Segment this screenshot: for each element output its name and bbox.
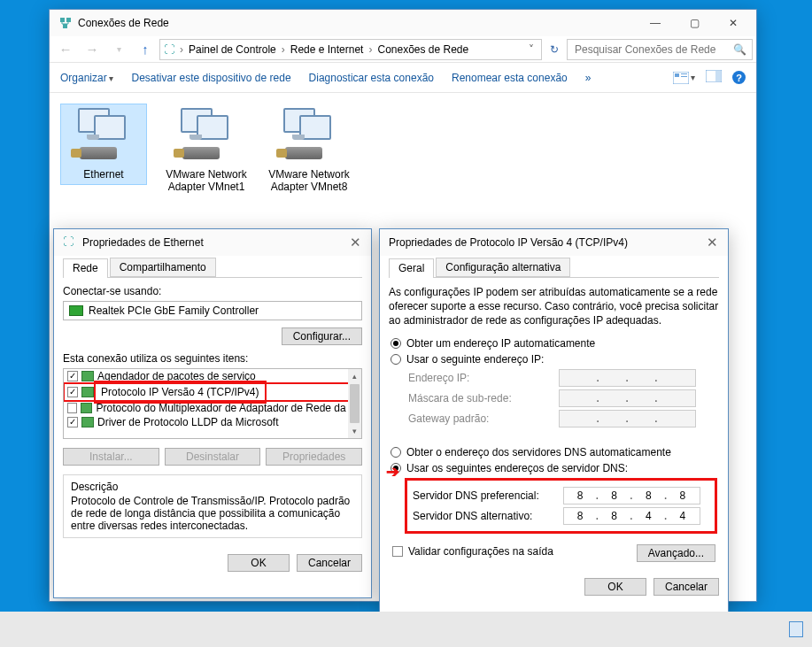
close-button[interactable]: ✕ (700, 230, 724, 255)
titlebar[interactable]: ⛶ Propriedades de Ethernet ✕ (54, 229, 371, 256)
uninstall-button[interactable]: Desinstalar (165, 448, 261, 466)
search-icon[interactable]: 🔍 (733, 43, 746, 56)
radio-manual-dns[interactable]: Usar os seguintes endereços de servidor … (391, 462, 717, 474)
scrollbar[interactable]: ▴▾ (348, 369, 361, 438)
ok-button[interactable]: OK (584, 578, 646, 596)
dns-pref-label: Servidor DNS preferencial: (413, 489, 563, 502)
adapter-label: VMware Network Adapter VMnet1 (166, 168, 247, 193)
radio-icon (391, 447, 401, 458)
description-box: Descrição Protocolo de Controle de Trans… (63, 474, 362, 538)
validate-checkbox[interactable]: Validar configurações na saída (392, 545, 553, 558)
advanced-button[interactable]: Avançado... (637, 544, 715, 562)
description-header: Descrição (71, 481, 354, 493)
up-button[interactable]: ↑ (133, 38, 158, 61)
network-icon: ⛶ (63, 235, 77, 250)
tab-sharing[interactable]: Compartilhamento (110, 258, 216, 277)
maximize-button[interactable]: ▢ (675, 11, 714, 35)
radio-icon (391, 338, 401, 349)
close-button[interactable]: ✕ (714, 11, 753, 35)
install-button[interactable]: Instalar... (63, 448, 159, 466)
organize-menu[interactable]: Organizar (60, 72, 113, 84)
taskbar[interactable] (0, 612, 812, 647)
address-bar[interactable]: ⛶ › Painel de Controle › Rede e Internet… (159, 39, 542, 60)
annotation-arrow-icon: ➔ (386, 462, 399, 481)
tab-alternate[interactable]: Configuração alternativa (436, 258, 570, 277)
adapter-vmnet1[interactable]: VMware Network Adapter VMnet1 (163, 104, 250, 197)
ip-input: . . . (559, 369, 696, 387)
view-button[interactable]: ▾ (673, 72, 695, 84)
recent-dropdown[interactable]: ▾ (106, 38, 131, 61)
properties-button[interactable]: Propriedades (266, 448, 362, 466)
ethernet-icon (278, 108, 340, 165)
checkbox[interactable] (67, 387, 78, 397)
window-title: Conexões de Rede (78, 17, 636, 29)
minimize-button[interactable]: — (636, 11, 675, 35)
back-button[interactable]: ← (53, 38, 78, 61)
diagnose-connection[interactable]: Diagnosticar esta conexão (309, 72, 434, 84)
tab-network[interactable]: Rede (63, 258, 108, 278)
command-bar: Organizar Desativar este dispositivo de … (50, 63, 756, 93)
dns-pref-input[interactable]: 8.8.8.8 (563, 487, 700, 505)
dns-alt-input[interactable]: 8.8.4.4 (563, 507, 700, 525)
description-text: Protocolo de Controle de Transmissão/IP.… (71, 495, 354, 532)
dialog-title: Propriedades de Ethernet (82, 236, 343, 249)
refresh-button[interactable]: ↻ (544, 43, 565, 56)
search-input[interactable] (573, 42, 733, 57)
radio-auto-dns[interactable]: Obter o endereço dos servidores DNS auto… (391, 446, 717, 458)
dns-group: Obter o endereço dos servidores DNS auto… (389, 441, 719, 535)
titlebar[interactable]: Conexões de Rede — ▢ ✕ (50, 10, 756, 36)
nic-field: Realtek PCIe GbE Family Controller (63, 301, 362, 320)
forward-button[interactable]: → (80, 38, 104, 61)
crumb-network-internet[interactable]: Rede e Internet (287, 43, 367, 56)
view-icon (673, 72, 689, 84)
protocol-icon (81, 387, 94, 397)
cancel-button[interactable]: Cancelar (297, 554, 362, 572)
checkbox[interactable] (67, 403, 77, 413)
dns-alt-label: Servidor DNS alternativo: (413, 510, 563, 522)
crumb-control-panel[interactable]: Painel de Controle (185, 43, 280, 56)
adapter-vmnet8[interactable]: VMware Network Adapter VMnet8 (266, 104, 352, 197)
radio-manual-ip[interactable]: Usar o seguinte endereço IP: (391, 353, 717, 366)
radio-auto-ip[interactable]: Obter um endereço IP automaticamente (391, 337, 717, 350)
search-box[interactable]: 🔍 (567, 39, 753, 60)
tray-icon[interactable] (789, 621, 803, 637)
explanation-text: As configurações IP podem ser atribuídas… (389, 285, 719, 328)
list-item-ipv4: Protocolo IP Versão 4 (TCP/IPv4) (64, 383, 361, 401)
scroll-thumb[interactable] (350, 384, 360, 423)
address-dropdown[interactable]: ˅ (525, 43, 537, 56)
scroll-down-icon[interactable]: ▾ (348, 424, 361, 438)
chevron-icon: › (280, 43, 287, 56)
protocol-icon (81, 403, 92, 413)
svg-rect-5 (681, 73, 687, 74)
protocol-list[interactable]: Agendador de pacotes de serviço Protocol… (63, 368, 362, 439)
svg-rect-4 (675, 73, 679, 77)
close-button[interactable]: ✕ (343, 230, 367, 255)
cancel-button[interactable]: Cancelar (653, 578, 719, 596)
list-item: Agendador de pacotes de serviço (64, 369, 361, 383)
disable-device[interactable]: Desativar este dispositivo de rede (131, 72, 290, 84)
checkbox[interactable] (67, 371, 78, 381)
help-icon[interactable]: ? (732, 71, 746, 84)
crumb-network-connections[interactable]: Conexões de Rede (374, 43, 472, 56)
tab-general[interactable]: Geral (389, 258, 434, 278)
nic-icon (69, 305, 83, 316)
checkbox[interactable] (67, 417, 78, 427)
rename-connection[interactable]: Renomear esta conexão (452, 72, 568, 84)
list-item: Driver de Protocolo LLDP da Microsoft (64, 415, 361, 429)
more-commands[interactable]: » (585, 72, 592, 84)
dialog-title: Propriedades de Protocolo IP Versão 4 (T… (389, 236, 700, 249)
ok-button[interactable]: OK (228, 554, 290, 572)
configure-button[interactable]: Configurar... (282, 327, 362, 345)
checkbox-icon (392, 546, 403, 557)
ipv4-properties-dialog: Propriedades de Protocolo IP Versão 4 (T… (379, 228, 729, 625)
protocol-icon (81, 371, 94, 381)
adapter-ethernet[interactable]: Ethernet (60, 104, 147, 185)
list-item: Protocolo do Multiplexador de Adaptador … (64, 401, 361, 415)
titlebar[interactable]: Propriedades de Protocolo IP Versão 4 (T… (380, 229, 728, 256)
scroll-up-icon[interactable]: ▴ (348, 369, 361, 383)
tab-strip: Geral Configuração alternativa (389, 258, 719, 278)
svg-rect-8 (715, 71, 721, 81)
chevron-icon[interactable]: › (178, 43, 185, 56)
preview-pane-button[interactable] (706, 70, 722, 85)
nic-name: Realtek PCIe GbE Family Controller (89, 304, 259, 317)
